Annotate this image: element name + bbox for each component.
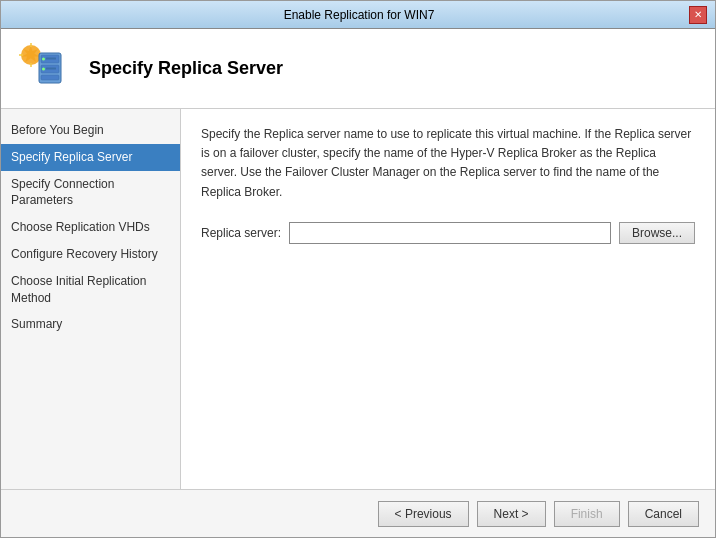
main-content: Specify the Replica server name to use t… bbox=[181, 109, 715, 489]
sidebar-item-specify-connection-parameters[interactable]: Specify Connection Parameters bbox=[1, 171, 180, 215]
content-area: Before You Begin Specify Replica Server … bbox=[1, 109, 715, 489]
header-icon bbox=[17, 41, 73, 97]
window-title: Enable Replication for WIN7 bbox=[29, 8, 689, 22]
sidebar-item-summary[interactable]: Summary bbox=[1, 311, 180, 338]
sidebar-item-choose-initial-replication-method[interactable]: Choose Initial Replication Method bbox=[1, 268, 180, 312]
title-bar-controls: ✕ bbox=[689, 6, 707, 24]
replica-server-input[interactable] bbox=[289, 222, 611, 244]
previous-button[interactable]: < Previous bbox=[378, 501, 469, 527]
svg-point-11 bbox=[42, 67, 45, 70]
sidebar-item-configure-recovery-history[interactable]: Configure Recovery History bbox=[1, 241, 180, 268]
wizard-icon bbox=[17, 41, 73, 97]
sidebar: Before You Begin Specify Replica Server … bbox=[1, 109, 181, 489]
next-button[interactable]: Next > bbox=[477, 501, 546, 527]
page-title: Specify Replica Server bbox=[89, 58, 283, 79]
sidebar-item-choose-replication-vhds[interactable]: Choose Replication VHDs bbox=[1, 214, 180, 241]
replica-server-row: Replica server: Browse... bbox=[201, 222, 695, 244]
svg-rect-13 bbox=[46, 67, 56, 69]
replica-server-label: Replica server: bbox=[201, 226, 281, 240]
svg-point-10 bbox=[42, 57, 45, 60]
finish-button[interactable]: Finish bbox=[554, 501, 620, 527]
svg-rect-9 bbox=[41, 75, 59, 80]
footer: < Previous Next > Finish Cancel bbox=[1, 489, 715, 537]
browse-button[interactable]: Browse... bbox=[619, 222, 695, 244]
sidebar-item-specify-replica-server[interactable]: Specify Replica Server bbox=[1, 144, 180, 171]
header-area: Specify Replica Server bbox=[1, 29, 715, 109]
title-bar: Enable Replication for WIN7 ✕ bbox=[1, 1, 715, 29]
cancel-button[interactable]: Cancel bbox=[628, 501, 699, 527]
main-window: Enable Replication for WIN7 ✕ bbox=[0, 0, 716, 538]
close-button[interactable]: ✕ bbox=[689, 6, 707, 24]
description-text: Specify the Replica server name to use t… bbox=[201, 125, 695, 202]
sidebar-item-before-you-begin[interactable]: Before You Begin bbox=[1, 117, 180, 144]
svg-rect-12 bbox=[46, 57, 56, 59]
